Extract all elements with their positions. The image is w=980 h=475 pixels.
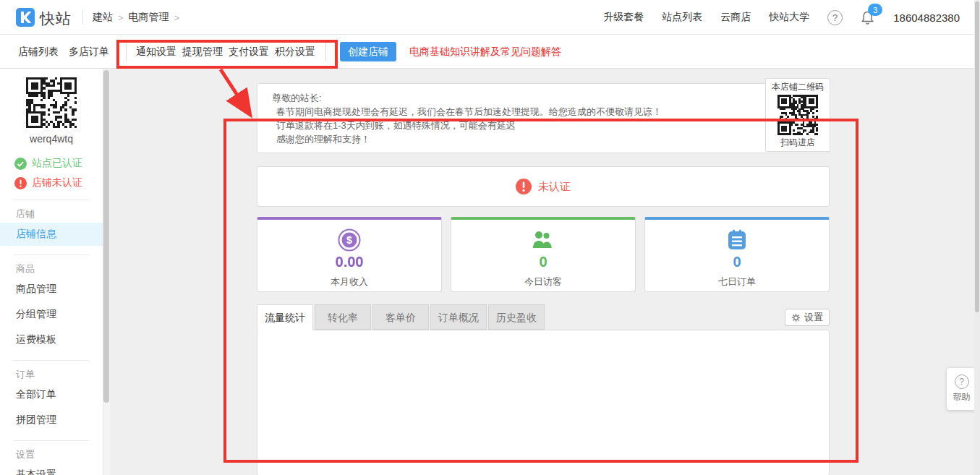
sidebar-item-basic-settings[interactable]: 基本设置: [0, 463, 103, 475]
question-mark-icon: ?: [955, 375, 969, 389]
shop-unverified-badge: 店铺未认证: [14, 175, 103, 191]
sidebar-divider: [13, 254, 90, 255]
toolbar-divider: [325, 42, 326, 61]
tab-notification-settings[interactable]: 通知设置: [136, 35, 176, 69]
sidebar-scrollbar-thumb[interactable]: [103, 70, 109, 403]
breadcrumb-site[interactable]: 建站: [93, 11, 113, 24]
sidebar-item-group-buy-management[interactable]: 拼团管理: [0, 408, 103, 432]
app-window: 快站 建站 > 电商管理 > 升级套餐 站点列表 云商店 快站大学 ? 3 18…: [0, 0, 980, 475]
tab-avg-order-value[interactable]: 客单价: [372, 304, 429, 330]
nav-upgrade-plan[interactable]: 升级套餐: [603, 11, 644, 24]
page-scrollbar-thumb[interactable]: [975, 1, 979, 312]
sidebar-item-shop-info[interactable]: 店铺信息: [0, 223, 103, 246]
unverified-label: 未认证: [538, 180, 571, 194]
sidebar-section-products: 商品: [16, 262, 103, 275]
unverified-banner: 未认证: [257, 166, 830, 207]
shop-unverified-label: 店铺未认证: [32, 176, 82, 189]
toolbar-divider: [126, 42, 127, 61]
shop-qr-title: 本店铺二维码: [766, 81, 830, 93]
annotation-arrow: [221, 69, 249, 113]
header-divider: [82, 10, 83, 25]
exclamation-circle-icon: [516, 179, 532, 194]
shop-toolbar: 店铺列表 多店订单 通知设置 提现管理 支付设置 积分设置 创建店铺 电商基础知…: [0, 35, 980, 69]
coin-icon: $: [257, 228, 441, 252]
sidebar-section-orders: 订单: [16, 368, 103, 381]
visitors-icon: [451, 228, 635, 252]
tab-points-settings[interactable]: 积分设置: [275, 35, 315, 69]
stat-value: 0: [451, 254, 635, 270]
analytics-settings-button[interactable]: 设置: [785, 309, 830, 326]
shop-qr-caption: 扫码进店: [766, 137, 830, 149]
header-right-nav: 升级套餐 站点列表 云商店 快站大学 ? 3 18604882380: [603, 0, 960, 35]
brand-logo[interactable]: 快站: [16, 8, 72, 30]
notice-line: 订单退款将在1-3天内到账，如遇特殊情况，可能会有延迟: [272, 119, 814, 132]
help-icon[interactable]: ?: [827, 10, 843, 25]
sidebar-divider: [13, 360, 90, 361]
site-code-label: werq4wtq: [0, 133, 103, 145]
tab-payment-settings[interactable]: 支付设置: [229, 35, 269, 69]
tab-multi-shop-orders[interactable]: 多店订单: [69, 35, 109, 69]
traffic-chart-panel: [257, 330, 830, 475]
nav-site-list[interactable]: 站点列表: [662, 11, 702, 24]
nav-kuaizhan-college[interactable]: 快站大学: [769, 11, 809, 24]
sidebar-divider: [13, 440, 90, 441]
analytics-tabs: 流量统计 转化率 客单价 订单概况 历史盈收: [257, 304, 546, 330]
gear-icon: [791, 313, 801, 322]
ecommerce-faq-link[interactable]: 电商基础知识讲解及常见问题解答: [409, 35, 561, 69]
tab-withdraw-management[interactable]: 提现管理: [182, 35, 223, 69]
kuaizhan-logo-icon: [16, 8, 35, 30]
sidebar-item-product-management[interactable]: 商品管理: [0, 278, 103, 301]
svg-text:$: $: [346, 234, 352, 246]
sidebar-item-group-management[interactable]: 分组管理: [0, 303, 103, 326]
stat-label: 本月收入: [257, 275, 441, 288]
stat-label: 今日访客: [451, 275, 635, 288]
notice-line: 春节期间电商提现处理会有延迟，我们会在春节后加速处理提现。给您造成的不便敬请见谅…: [272, 105, 814, 119]
site-verified-label: 站点已认证: [32, 157, 82, 170]
tab-traffic-stats[interactable]: 流量统计: [257, 304, 313, 330]
logo-text: 快站: [40, 9, 72, 29]
orders-icon: [645, 228, 829, 252]
notifications-button[interactable]: 3: [861, 9, 875, 25]
chevron-right-icon: >: [174, 12, 180, 23]
top-header: 快站 建站 > 电商管理 > 升级套餐 站点列表 云商店 快站大学 ? 3 18…: [0, 0, 980, 35]
shop-qr-card: 本店铺二维码 扫码进店: [765, 78, 830, 152]
nav-cloud-shop[interactable]: 云商店: [720, 11, 751, 24]
sidebar: werq4wtq 站点已认证 店铺未认证 店铺 店铺信息 商品 商品管理 分组管…: [0, 69, 103, 475]
stat-card-monthly-income: $ 0.00 本月收入: [257, 217, 442, 292]
site-qr-code: [26, 77, 77, 128]
stat-card-today-visitors: 0 今日访客: [451, 217, 636, 292]
tab-shop-list[interactable]: 店铺列表: [18, 35, 59, 69]
stat-label: 七日订单: [645, 275, 829, 288]
create-shop-button[interactable]: 创建店铺: [340, 42, 396, 61]
check-circle-icon: [14, 158, 27, 170]
breadcrumb-ecommerce[interactable]: 电商管理: [129, 11, 169, 24]
chevron-right-icon: >: [118, 12, 124, 23]
holiday-notice-card: 尊敬的站长: 春节期间电商提现处理会有延迟，我们会在春节后加速处理提现。给您造成…: [257, 83, 830, 153]
account-phone[interactable]: 18604882380: [893, 12, 960, 24]
sidebar-item-shipping-template[interactable]: 运费模板: [0, 328, 103, 351]
sidebar-divider: [13, 200, 90, 200]
tab-history-revenue[interactable]: 历史盈收: [488, 304, 545, 330]
stat-value: 0: [645, 254, 829, 270]
notification-count-badge: 3: [868, 4, 882, 16]
tab-order-overview[interactable]: 订单概况: [430, 304, 487, 330]
notice-line: 尊敬的站长:: [272, 91, 814, 105]
shop-qr-code: [777, 95, 818, 135]
verification-badges: 站点已认证 店铺未认证: [14, 155, 103, 191]
stat-value: 0.00: [257, 254, 441, 270]
sidebar-item-all-orders[interactable]: 全部订单: [0, 383, 103, 406]
stat-card-week-orders: 0 七日订单: [644, 217, 830, 292]
help-label: 帮助: [947, 391, 976, 403]
sidebar-section-settings: 设置: [16, 448, 103, 461]
site-verified-badge: 站点已认证: [14, 155, 103, 171]
sidebar-section-shop: 店铺: [16, 207, 103, 221]
exclamation-circle-icon: [14, 177, 27, 189]
help-floating-button[interactable]: ? 帮助: [947, 368, 976, 410]
breadcrumb: 建站 > 电商管理 >: [93, 0, 179, 35]
notice-line: 感谢您的理解和支持！: [272, 132, 814, 146]
settings-button-label: 设置: [804, 311, 823, 324]
tab-conversion-rate[interactable]: 转化率: [315, 304, 371, 330]
